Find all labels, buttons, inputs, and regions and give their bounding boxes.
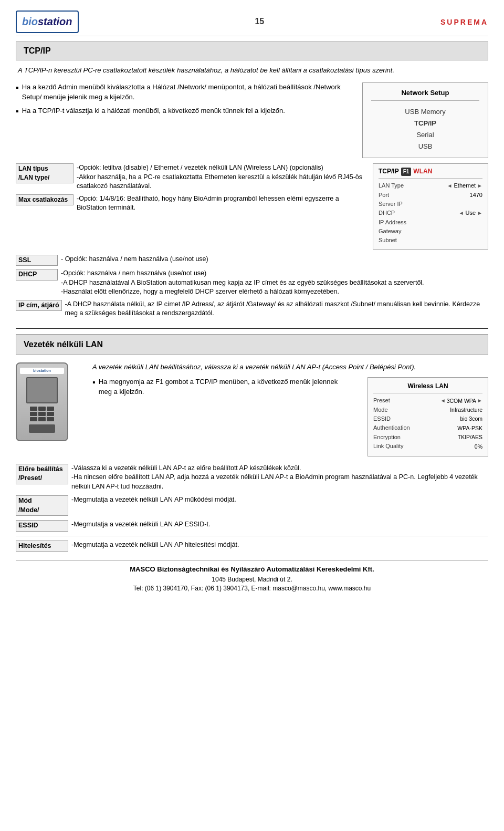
max-connection-label: Max csatlakozás: [16, 194, 74, 205]
device-key: [47, 412, 54, 416]
wlan-device-image: biostation: [16, 362, 84, 456]
wlan-desc-rows: Előre beállítás/Preset/ -Válassza ki a v…: [16, 464, 488, 532]
wlan-bullet-icon: ▪: [92, 377, 96, 396]
tcpip-section-title: TCP/IP: [16, 41, 488, 60]
wlan-bullet1: ▪ Ha megnyomja az F1 gombot a TCP/IP men…: [92, 377, 360, 396]
tcpip-ipaddress-label: IP Address: [379, 219, 406, 226]
wlan-auth-value: WPA-PSK: [457, 424, 482, 432]
device-key: [47, 417, 54, 421]
device-logo: biostation: [20, 368, 64, 374]
lan-type-label: LAN típus/LAN type/: [16, 163, 74, 183]
menu-usb: USB: [371, 141, 479, 152]
wlan-mode-value: Infrastructure: [450, 406, 482, 414]
dhcp-label: DHCP: [16, 269, 58, 281]
tcpip-port-label: Port: [379, 191, 389, 199]
wlan-enc-row: Encryption TKIP/AES: [373, 433, 482, 441]
hitelesites-label: Hitelesítés: [16, 541, 68, 552]
wlan-enc-label: Encryption: [373, 433, 401, 441]
tcpip-serverip-label: Server IP: [379, 200, 403, 208]
tcpip-port-row: Port 1470: [379, 191, 482, 199]
ssl-desc: - Opciók: használva / nem használva (use…: [61, 255, 488, 266]
hitelesites-desc: -Megmutatja a vezeték nélküli LAN AP hit…: [71, 541, 488, 552]
wlan-auth-row: Authentication WPA-PSK: [373, 424, 482, 432]
device-keypad: [30, 407, 54, 421]
mod-row: Mód/Mode/ -Megmutatja a vezeték nélküli …: [16, 495, 488, 516]
tcpip-gateway-label: Gateway: [379, 227, 401, 235]
wlan-intro-right: A vezeték nélküli LAN beállításához, vál…: [92, 362, 488, 456]
wlan-bullet1-text: Ha megnyomja az F1 gombot a TCP/IP menüb…: [99, 377, 338, 396]
wlan-quality-value: 0%: [475, 443, 482, 451]
max-connection-row: Max csatlakozás -Opció: 1/4/8/16: Beállí…: [16, 194, 364, 213]
footer-contact: Tel: (06 1) 3904170, Fax: (06 1) 3904173…: [16, 584, 488, 593]
essid-label: ESSID: [16, 520, 68, 532]
tcpip-lantype-row: LAN Type ◄ Ethernet ►: [379, 182, 482, 190]
menu-usb-memory: USB Memory: [371, 106, 479, 118]
bullet1-text: Ha a kezdő Admin menüből kiválasztotta a…: [22, 82, 354, 101]
wireless-lan-panel-title: Wireless LAN: [373, 382, 482, 393]
tcpip-intro-text: A TCP/IP-n keresztül PC-re csatlakoztato…: [16, 66, 488, 75]
dhcp-desc: -Opciók: használva / nem használva (use/…: [61, 269, 488, 297]
f1-badge: F1: [401, 168, 412, 176]
wlan-intro-content: ▪ Ha megnyomja az F1 gombot a TCP/IP men…: [92, 377, 488, 456]
tcpip-subnet-row: Subnet: [379, 236, 482, 244]
tcpip-gateway-row: Gateway: [379, 227, 482, 235]
essid-desc: -Megmutatja a vezeték nélküli LAN AP ESS…: [71, 520, 488, 532]
lan-descriptions: LAN típus/LAN type/ -Opciók: letiltva (d…: [16, 163, 364, 250]
bullet1: ▪ Ha a kezdő Admin menüből kiválasztotta…: [16, 82, 354, 101]
page-number: 15: [255, 16, 264, 27]
bullet2-text: Ha a TCP/IP-t választja ki a hálózati me…: [22, 106, 285, 116]
wlan-preset-row: Preset ◄ 3COM WPA ►: [373, 397, 482, 404]
ssl-label: SSL: [16, 255, 58, 266]
tcpip-subnet-label: Subnet: [379, 236, 397, 244]
wlan-preset-label: Preset: [373, 397, 390, 404]
bullet-icon2: ▪: [16, 106, 19, 116]
wlan-auth-label: Authentication: [373, 424, 410, 432]
tcpip-panel-title: TCP/IP F1 WLAN: [379, 167, 482, 179]
network-setup-title: Network Setup: [371, 88, 479, 100]
preset-desc: -Válassza ki a vezeték nélküli LAN AP-t …: [71, 464, 488, 492]
wlan-intro-italic: A vezeték nélküli LAN beállításához, vál…: [92, 362, 488, 372]
bullet-icon: ▪: [16, 82, 19, 101]
device-key: [47, 407, 54, 411]
device-key: [30, 417, 37, 421]
tcpip-bullets: ▪ Ha a kezdő Admin menüből kiválasztotta…: [16, 82, 354, 158]
wlan-badge: WLAN: [413, 167, 432, 176]
wlan-preset-value: ◄ 3COM WPA ►: [440, 397, 482, 405]
suprema-logo: SUPREMA: [440, 15, 488, 28]
tcpip-panel: TCP/IP F1 WLAN LAN Type ◄ Ethernet ► Por…: [373, 163, 488, 250]
tcpip-serverip-row: Server IP: [379, 200, 482, 208]
wlan-mode-row: Mode Infrastructure: [373, 406, 482, 414]
lan-type-desc: -Opciók: letiltva (disable) / Ethernet /…: [77, 163, 364, 191]
menu-serial: Serial: [371, 129, 479, 141]
wlan-essid-value: bio 3com: [460, 415, 482, 423]
wlan-mode-label: Mode: [373, 406, 388, 414]
wlan-intro-bullets: ▪ Ha megnyomja az F1 gombot a TCP/IP men…: [92, 377, 360, 456]
footer-company: MASCO Biztonságtechnikai és Nyílászáró A…: [16, 565, 488, 574]
biostation-logo: biostation: [16, 11, 79, 33]
page-header: biostation 15 SUPREMA: [16, 11, 488, 36]
lan-type-row: LAN típus/LAN type/ -Opciók: letiltva (d…: [16, 163, 364, 191]
tcpip-dhcp-value: ◄ Use ►: [459, 209, 482, 217]
wireless-lan-panel: Wireless LAN Preset ◄ 3COM WPA ► Mode In…: [368, 377, 488, 456]
ipcim-label: IP cím, átjáró: [16, 300, 62, 311]
preset-row: Előre beállítás/Preset/ -Válassza ki a v…: [16, 464, 488, 492]
ipcim-row: IP cím, átjáró -A DHCP használata nélkül…: [16, 300, 488, 318]
bullet2: ▪ Ha a TCP/IP-t választja ki a hálózati …: [16, 106, 354, 116]
dhcp-row: DHCP -Opciók: használva / nem használva …: [16, 269, 488, 297]
wlan-quality-label: Link Quality: [373, 442, 403, 450]
essid-row: ESSID -Megmutatja a vezeték nélküli LAN …: [16, 520, 488, 532]
mod-desc: -Megmutatja a vezeték nélküli LAN AP műk…: [71, 495, 488, 516]
device-key: [30, 407, 37, 411]
wlan-quality-row: Link Quality 0%: [373, 442, 482, 450]
preset-label: Előre beállítás/Preset/: [16, 464, 68, 484]
device-diagram: biostation: [16, 362, 68, 441]
ipcim-desc: -A DHCP használata nélkül, az IP címet /…: [65, 300, 488, 318]
hitelesites-row: Hitelesítés -Megmutatja a vezeték nélkül…: [16, 536, 488, 552]
tcpip-dhcp-label: DHCP: [379, 209, 395, 217]
device-key: [38, 412, 46, 416]
footer-address: 1045 Budapest, Madridi út 2.: [16, 575, 488, 584]
wlan-essid-row: ESSID bio 3com: [373, 415, 482, 423]
mod-label: Mód/Mode/: [16, 495, 68, 516]
tcpip-port-value: 1470: [470, 191, 482, 199]
wlan-essid-label: ESSID: [373, 415, 391, 423]
